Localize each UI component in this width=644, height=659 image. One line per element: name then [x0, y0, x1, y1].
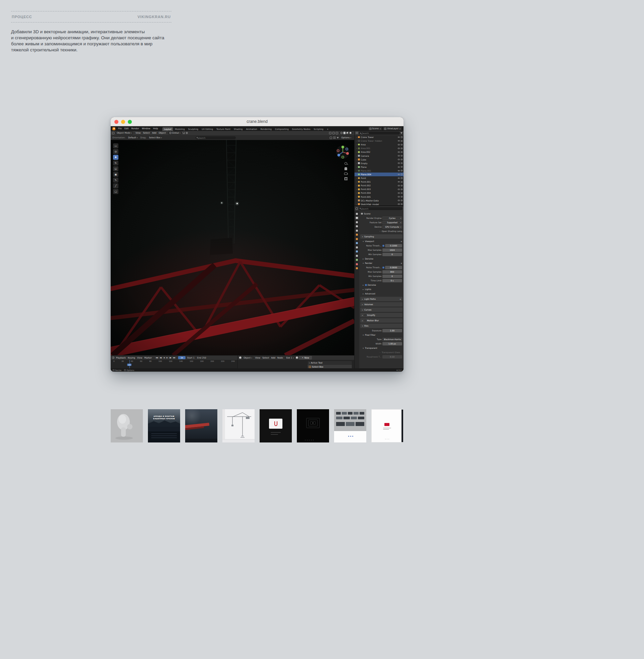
disable-in-renders-icon[interactable] — [401, 174, 403, 175]
gallery-thumbnail[interactable] — [111, 409, 143, 442]
panel-menu-icon[interactable]: ≡ — [400, 240, 402, 242]
expand-arrow-icon[interactable]: › — [355, 184, 358, 186]
outliner-row[interactable]: › Point.001 — [354, 180, 404, 184]
property-row[interactable]: Open Shading Lang... ≡ — [359, 229, 404, 233]
disable-in-renders-icon[interactable] — [401, 189, 403, 190]
shader-editor-icon[interactable] — [239, 356, 242, 359]
outliner-row[interactable]: › Point — [354, 176, 404, 180]
app-menu-item[interactable]: Window — [141, 127, 152, 130]
expand-arrow-icon[interactable]: › — [355, 155, 358, 157]
expand-arrow-icon[interactable]: › — [355, 173, 358, 176]
property-row[interactable]: ▸ Volumes ≡ — [360, 302, 402, 307]
disable-in-renders-icon[interactable] — [401, 151, 403, 153]
property-value[interactable]: GPU Compute — [382, 225, 402, 228]
rotate-tool[interactable]: ↻ — [113, 160, 118, 166]
physics-tab[interactable] — [355, 250, 359, 253]
app-menu-item[interactable]: Render — [130, 127, 140, 130]
property-value[interactable]: Supported — [382, 221, 402, 224]
outliner-row[interactable]: › Crane Tower_hidden — [354, 139, 404, 143]
disable-in-renders-icon[interactable] — [401, 136, 403, 138]
camera-view-icon[interactable] — [344, 173, 347, 175]
property-row[interactable]: ▾ Transparent ≡ — [361, 346, 404, 350]
transform-tool[interactable]: ▣ — [113, 172, 118, 177]
constraints-tab[interactable] — [355, 254, 359, 257]
panel-menu-icon[interactable]: ≡ — [399, 298, 401, 300]
prev-keyframe-button[interactable]: ◀▮ — [159, 357, 162, 359]
property-row[interactable]: Time Limit 0 s ≡ — [359, 278, 404, 283]
hide-in-viewport-icon[interactable] — [398, 181, 400, 183]
property-row[interactable]: Transparent Glass ≡ — [359, 350, 404, 354]
hide-in-viewport-icon[interactable] — [398, 155, 400, 156]
hide-in-viewport-icon[interactable] — [398, 170, 400, 172]
gallery-thumbnail[interactable] — [260, 409, 292, 442]
frame-end-field[interactable]: End 250 — [196, 356, 207, 359]
texture-tab[interactable] — [355, 267, 359, 270]
property-row[interactable]: Device GPU Compute ≡ — [359, 225, 404, 229]
gallery-thumbnail[interactable]: АРЕНДА И МОНТАЖ БАШЕННЫХ КРАНОВ — [148, 409, 180, 442]
checkbox[interactable] — [364, 314, 366, 316]
annotate-tool[interactable]: ✎ — [113, 178, 118, 183]
viewport-menu-item[interactable]: Add — [151, 132, 158, 134]
checkbox[interactable] — [364, 320, 366, 322]
hide-in-viewport-icon[interactable] — [398, 140, 400, 142]
outliner-row[interactable]: › Point.005 — [354, 195, 404, 199]
shading-material-icon[interactable] — [346, 132, 348, 134]
expand-arrow-icon[interactable]: › — [355, 144, 358, 146]
view-layer-tab[interactable] — [355, 225, 359, 228]
workspace-tab[interactable]: + — [325, 127, 330, 131]
checkbox[interactable] — [379, 351, 381, 353]
timeline-editor-icon[interactable] — [112, 356, 114, 359]
render-tab[interactable] — [355, 217, 359, 220]
jump-to-end-button[interactable]: ▶▶ — [172, 357, 176, 359]
property-row[interactable]: ▸ Motion Blur ≡ — [360, 318, 402, 323]
material-tab[interactable] — [355, 263, 359, 266]
property-row[interactable]: Noise Thresh... 0.0600 ≡ — [359, 265, 404, 269]
property-value[interactable]: Blackman-Harris — [382, 338, 402, 341]
hide-in-viewport-icon[interactable] — [398, 178, 400, 179]
property-row[interactable]: Type Blackman-Harris ≡ — [359, 337, 404, 342]
expand-arrow-icon[interactable]: › — [355, 136, 358, 138]
outliner-row[interactable]: › Crane Tower — [354, 135, 404, 139]
property-value[interactable]: 1.00 px — [382, 342, 402, 346]
expand-arrow-icon[interactable]: › — [355, 188, 358, 190]
property-row[interactable]: Exposure 1.00 ≡ — [359, 328, 404, 333]
outliner-row[interactable]: › Point.004 — [354, 191, 404, 195]
pan-hand-icon[interactable] — [344, 167, 347, 170]
zoom-window-button[interactable] — [128, 120, 132, 124]
disable-in-renders-icon[interactable] — [401, 196, 403, 197]
timeline-ruler[interactable]: 020406080100120140160180200220240 34 — [111, 360, 237, 369]
shader-menu-item[interactable]: View — [254, 356, 261, 359]
workspace-tab[interactable]: Compositing — [273, 127, 291, 131]
tool-tab[interactable] — [355, 212, 359, 215]
property-row[interactable]: Roughness T... 0.10 ≡ — [359, 354, 404, 359]
zoom-icon[interactable] — [344, 162, 347, 165]
property-row[interactable]: ▸ Denoise ≡ — [361, 283, 404, 287]
select-box-tool[interactable]: ▭ — [113, 144, 118, 148]
blender-logo-icon[interactable] — [112, 127, 115, 130]
outliner-row[interactable]: › Sketchfab_model — [354, 202, 404, 205]
3d-viewport[interactable]: ▭ ◎ ✚ ↻ ◱ ▣ ✎ ╱ ▢ — [111, 140, 354, 355]
navigation-gizmo[interactable] — [336, 145, 350, 159]
expand-arrow-icon[interactable]: › — [355, 158, 358, 161]
orientation-dropdown[interactable]: Global ▾ — [168, 131, 182, 135]
object-tab[interactable] — [355, 237, 359, 240]
hide-in-viewport-icon[interactable] — [398, 192, 400, 194]
disable-in-renders-icon[interactable] — [401, 159, 403, 160]
property-value[interactable]: 0 — [382, 274, 402, 278]
viewlayer-selector[interactable]: ViewLayer ✕ — [383, 127, 402, 130]
measure-tool[interactable]: ╱ — [113, 183, 118, 188]
shading-solid-icon[interactable] — [343, 132, 345, 134]
property-row[interactable]: Max Samples 800 ≡ — [359, 269, 404, 274]
expand-arrow-icon[interactable]: › — [355, 147, 358, 149]
header-search-input[interactable] — [199, 137, 235, 139]
reverse-play-button[interactable]: ◀ — [163, 357, 165, 359]
hide-in-viewport-icon[interactable] — [398, 200, 400, 201]
outliner-row[interactable]: › Cube — [354, 158, 404, 161]
property-row[interactable]: ▾ Viewport ≡ — [361, 239, 404, 243]
frame-start-field[interactable]: Start 1 — [186, 356, 196, 359]
hide-in-viewport-icon[interactable] — [398, 174, 400, 175]
hide-in-viewport-icon[interactable] — [398, 148, 400, 149]
hide-in-viewport-icon[interactable] — [398, 196, 400, 197]
property-value[interactable]: 800 — [382, 270, 402, 273]
remove-viewlayer-icon[interactable]: ✕ — [399, 128, 401, 130]
